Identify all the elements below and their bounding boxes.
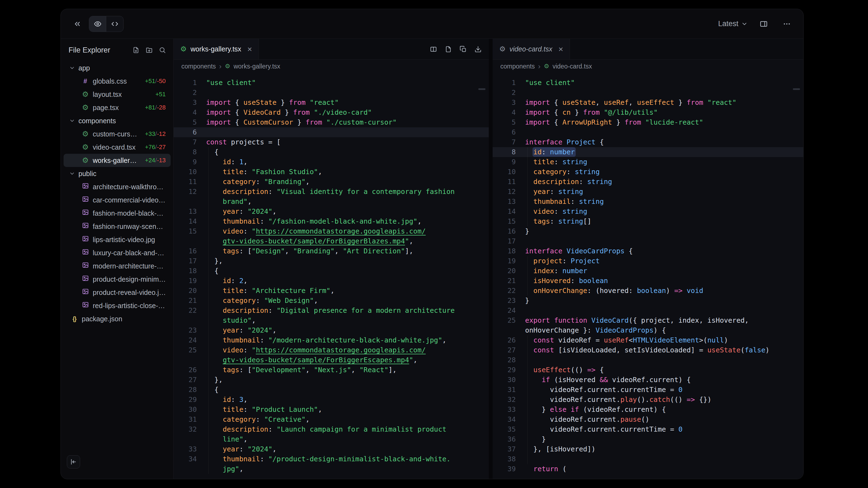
code-line[interactable]: line", [174,434,489,444]
code-line[interactable]: 19 id: 2, [174,276,489,286]
code-line[interactable]: 24 thumbnail: "/modern-architecture-blac… [174,335,489,345]
code-line[interactable]: 30 if (isHovered && videoRef.current) { [493,375,803,385]
code-editor-right[interactable]: 1"use client"23import { useState, useRef… [493,73,803,479]
more-options-button[interactable] [780,17,794,31]
code-line[interactable]: 38 [493,454,803,464]
pane-divider[interactable] [489,39,493,479]
code-line[interactable]: 7interface Project { [493,137,803,147]
code-line[interactable]: 21 isHovered: boolean [493,276,803,286]
tree-file-fashion-model-black-[interactable]: fashion-model-black-… [64,206,170,220]
code-line[interactable]: 37 }, [isHovered]) [493,444,803,454]
code-line[interactable]: 21 category: "Web Design", [174,296,489,305]
code-line[interactable]: 32 description: "Launch campaign for a m… [174,424,489,434]
code-line[interactable]: 13 year: "2024", [174,206,489,217]
code-line[interactable]: 30 title: "Product Launch", [174,405,489,415]
code-line[interactable]: 29 useEffect(() => { [493,365,803,375]
version-dropdown[interactable]: Latest [718,20,748,28]
code-line[interactable]: 25 video: "https://commondatastorage.goo… [174,345,489,355]
code-line[interactable]: 18 { [174,266,489,276]
code-line[interactable]: 34 thumbnail: "/product-design-minimalis… [174,454,489,464]
tree-file-globals.css[interactable]: #globals.css+51/-50 [64,74,170,88]
code-line[interactable]: 5import { CustomCursor } from "./custom-… [174,118,489,127]
code-line[interactable]: 35 videoRef.current.currentTime = 0 [493,424,803,434]
code-line[interactable]: 14 thumbnail: "/fashion-model-black-and-… [174,217,489,226]
code-line[interactable]: 15 tags: string[] [493,217,803,226]
split-editor-button[interactable] [427,43,440,56]
breadcrumb-folder[interactable]: components [181,63,216,70]
code-line[interactable]: 3import { useState } from "react" [174,98,489,107]
code-line[interactable]: 6 [493,127,803,137]
tree-folder-public[interactable]: public [64,167,170,180]
code-line[interactable]: 28 [493,355,803,365]
code-line[interactable]: 27 }, [174,375,489,385]
code-line[interactable]: 34 videoRef.current.pause() [493,415,803,424]
code-line[interactable]: 16} [493,226,803,236]
code-line[interactable]: 6 [174,127,489,137]
tree-file-video-card.tsx[interactable]: ⚙video-card.tsx+76/-27 [64,140,170,154]
scrollbar-thumb[interactable] [478,88,486,90]
code-line[interactable]: 4import { VideoCard } from "./video-card… [174,107,489,118]
open-file-button[interactable] [442,43,455,56]
tree-folder-components[interactable]: components [64,114,170,127]
code-line[interactable]: 12 description: "Visual identity for a c… [174,187,489,197]
close-tab-icon[interactable]: × [247,44,252,54]
code-line[interactable]: 24 [493,305,803,316]
breadcrumb-folder[interactable]: components [500,63,535,70]
code-line[interactable]: 16 tags: ["Design", "Branding", "Art Dir… [174,246,489,256]
breadcrumb-file[interactable]: video-card.tsx [553,63,592,70]
code-line[interactable]: studio", [174,316,489,325]
code-line[interactable]: 13 thumbnail: string [493,197,803,206]
code-line[interactable]: 33 year: "2024", [174,444,489,454]
tree-file-architecture-walkthro[interactable]: architecture-walkthro… [64,180,170,193]
code-line[interactable]: 12 year: string [493,187,803,197]
code-line[interactable]: 22 onHoverChange: (hovered: boolean) => … [493,286,803,296]
code-line[interactable]: 9 id: 1, [174,157,489,167]
code-line[interactable]: 27 const [isVideoLoaded, setIsVideoLoade… [493,345,803,355]
code-line[interactable]: 7const projects = [ [174,137,489,147]
add-file-button[interactable] [130,44,142,56]
code-line[interactable]: 33 } else if (videoRef.current) { [493,405,803,415]
code-line[interactable]: 17 [493,236,803,246]
collapse-panel-button[interactable] [67,455,80,468]
code-line[interactable]: 20 title: "Architecture Firm", [174,286,489,296]
code-line[interactable]: 1"use client" [493,78,803,88]
tree-file-luxury-car-black-and-[interactable]: luxury-car-black-and-… [64,246,170,259]
code-line[interactable]: 4import { cn } from "@/lib/utils" [493,107,803,118]
code-line[interactable]: 36 } [493,434,803,444]
code-line[interactable]: 15 video: "https://commondatastorage.goo… [174,226,489,236]
code-line[interactable]: 17 }, [174,256,489,266]
code-line[interactable]: gtv-videos-bucket/sample/ForBiggerEscape… [174,355,489,365]
code-line[interactable]: 9 title: string [493,157,803,167]
code-line[interactable]: 5import { ArrowUpRight } from "lucide-re… [493,118,803,127]
code-line[interactable]: 25export function VideoCard({ project, i… [493,316,803,325]
code-line[interactable]: 18interface VideoCardProps { [493,246,803,256]
code-line[interactable]: 8 { [174,147,489,157]
tree-file-product-design-minim[interactable]: product-design-minim… [64,272,170,286]
code-line[interactable]: gtv-videos-bucket/sample/ForBiggerBlazes… [174,236,489,246]
code-line[interactable]: 19 project: Project [493,256,803,266]
tree-file-fashion-runway-scen[interactable]: fashion-runway-scen… [64,220,170,233]
add-folder-button[interactable] [143,44,155,56]
code-line[interactable]: 32 videoRef.current.play().catch(() => {… [493,395,803,405]
code-line[interactable]: 31 videoRef.current.currentTime = 0 [493,385,803,395]
preview-eye-button[interactable] [89,16,106,32]
tree-file-layout.tsx[interactable]: ⚙layout.tsx+51 [64,88,170,101]
code-line[interactable]: 28 { [174,385,489,395]
tree-file-product-reveal-video.j[interactable]: product-reveal-video.j… [64,286,170,299]
tree-file-package.json[interactable]: {}package.json [64,312,170,325]
code-line[interactable]: brand", [174,197,489,206]
code-line[interactable]: 10 title: "Fashion Studio", [174,167,489,177]
code-line[interactable]: 8 id: number [493,147,803,157]
tree-file-red-lips-artistic-close-[interactable]: red-lips-artistic-close-… [64,299,170,312]
breadcrumb-file[interactable]: works-gallery.tsx [234,63,280,70]
tree-file-custom-curs[interactable]: ⚙custom-curs…+33/-12 [64,127,170,140]
tree-file-car-commercial-video[interactable]: car-commercial-video… [64,193,170,206]
code-line[interactable]: 20 index: number [493,266,803,276]
code-line[interactable]: 29 id: 3, [174,395,489,405]
tree-file-works-galler[interactable]: ⚙works-galler…+24/-13 [64,154,170,167]
collapse-sidebar-button[interactable] [70,17,85,31]
copy-file-button[interactable] [457,43,469,56]
code-line[interactable]: jpg", [174,464,489,474]
scrollbar-thumb[interactable] [793,88,800,90]
download-file-button[interactable] [472,43,484,56]
